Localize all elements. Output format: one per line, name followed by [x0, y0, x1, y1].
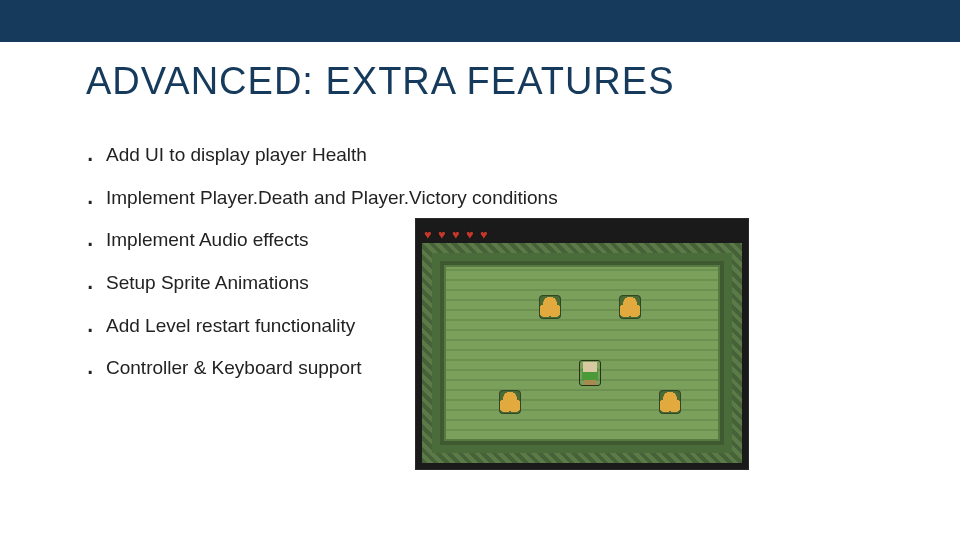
heart-icon — [466, 225, 478, 237]
bush-sprite — [659, 390, 681, 414]
game-border — [422, 243, 742, 463]
bush-sprite — [499, 390, 521, 414]
bush-sprite — [539, 295, 561, 319]
game-field — [440, 261, 724, 445]
list-item: Implement Player.Death and Player.Victor… — [86, 186, 890, 211]
list-item: Add UI to display player Health — [86, 143, 890, 168]
health-hud — [424, 225, 492, 237]
heart-icon — [452, 225, 464, 237]
title-bar — [0, 0, 960, 42]
slide-title: ADVANCED: EXTRA FEATURES — [86, 60, 890, 103]
player-sprite — [579, 360, 601, 386]
heart-icon — [424, 225, 436, 237]
bush-sprite — [619, 295, 641, 319]
heart-icon — [438, 225, 450, 237]
heart-icon — [480, 225, 492, 237]
game-screenshot — [415, 218, 749, 470]
